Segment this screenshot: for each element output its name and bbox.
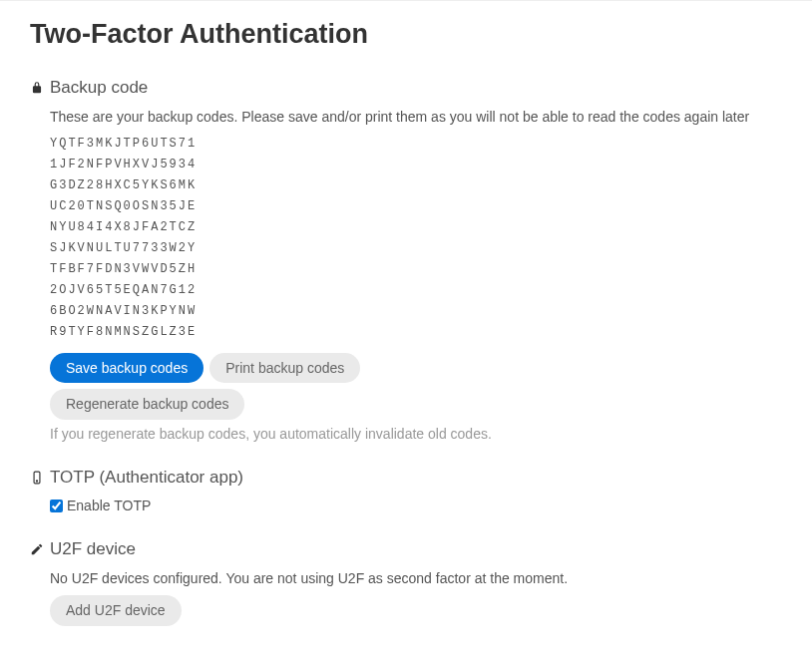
phone-icon: [30, 471, 44, 485]
add-u2f-device-button[interactable]: Add U2F device: [50, 595, 182, 626]
backup-button-row-1: Save backup codes Print backup codes: [50, 353, 782, 384]
backup-code: TFBF7FDN3VWVD5ZH: [50, 259, 782, 280]
backup-code: YQTF3MKJTP6UTS71: [50, 134, 782, 155]
section-header-backup: Backup code: [30, 78, 782, 98]
section-header-totp: TOTP (Authenticator app): [30, 468, 782, 488]
page-title: Two-Factor Authentication: [30, 19, 782, 50]
svg-point-1: [36, 481, 37, 482]
regenerate-backup-codes-button[interactable]: Regenerate backup codes: [50, 389, 244, 420]
enable-totp-row[interactable]: Enable TOTP: [50, 498, 782, 513]
backup-heading: Backup code: [50, 78, 148, 98]
u2f-heading: U2F device: [50, 539, 136, 559]
backup-code: 6BO2WNAVIN3KPYNW: [50, 301, 782, 322]
totp-heading: TOTP (Authenticator app): [50, 468, 243, 488]
backup-code: G3DZ28HXC5YKS6MK: [50, 175, 782, 196]
backup-code: 1JF2NFPVHXVJ5934: [50, 155, 782, 175]
backup-code: UC20TNSQ0OSN35JE: [50, 196, 782, 217]
print-backup-codes-button[interactable]: Print backup codes: [209, 353, 360, 384]
enable-totp-checkbox[interactable]: [50, 499, 63, 512]
section-header-u2f: U2F device: [30, 539, 782, 559]
save-backup-codes-button[interactable]: Save backup codes: [50, 353, 203, 384]
u2f-body: No U2F devices configured. You are not u…: [30, 569, 782, 625]
u2f-description: No U2F devices configured. You are not u…: [50, 569, 782, 589]
backup-code: NYU84I4X8JFA2TCZ: [50, 217, 782, 238]
totp-body: Enable TOTP: [30, 498, 782, 513]
backup-code: SJKVNULTU7733W2Y: [50, 238, 782, 259]
section-totp: TOTP (Authenticator app) Enable TOTP: [30, 468, 782, 513]
backup-button-row-2: Regenerate backup codes: [50, 389, 782, 420]
regenerate-hint: If you regenerate backup codes, you auto…: [50, 426, 782, 442]
pencil-icon: [30, 542, 44, 556]
backup-body: These are your backup codes. Please save…: [30, 108, 782, 442]
section-backup-code: Backup code These are your backup codes.…: [30, 78, 782, 442]
backup-code: R9TYF8NMNSZGLZ3E: [50, 322, 782, 343]
backup-codes-list: YQTF3MKJTP6UTS711JF2NFPVHXVJ5934G3DZ28HX…: [50, 134, 782, 343]
u2f-button-row: Add U2F device: [50, 595, 782, 626]
enable-totp-label: Enable TOTP: [67, 498, 151, 513]
settings-container: Two-Factor Authentication Backup code Th…: [0, 1, 812, 665]
section-u2f: U2F device No U2F devices configured. Yo…: [30, 539, 782, 625]
lock-icon: [30, 81, 44, 95]
backup-code: 2OJV65T5EQAN7G12: [50, 280, 782, 301]
backup-description: These are your backup codes. Please save…: [50, 108, 782, 128]
